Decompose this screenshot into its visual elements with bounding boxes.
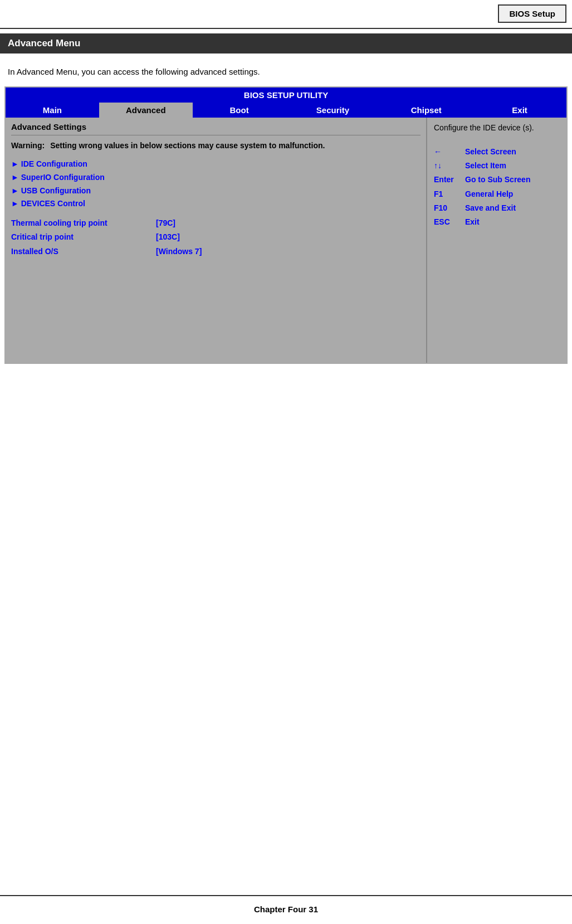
menu-item[interactable]: ► SuperIO Configuration (11, 171, 421, 184)
setting-row: Installed O/S[Windows 7] (11, 245, 421, 259)
key-row: F1General Help (434, 187, 560, 201)
key-row: ESCExit (434, 215, 560, 229)
menu-item[interactable]: ► DEVICES Control (11, 197, 421, 211)
bios-nav-item-security[interactable]: Security (286, 103, 379, 118)
setting-label: Thermal cooling trip point (11, 216, 156, 230)
bios-nav-item-boot[interactable]: Boot (193, 103, 286, 118)
top-divider (0, 28, 572, 29)
bottom-divider (0, 895, 572, 896)
key-label: Save and Exit (465, 201, 560, 215)
key-code: ↑↓ (434, 159, 461, 173)
bios-menu-items: ► IDE Configuration► SuperIO Configurati… (11, 158, 421, 211)
key-row: ↑↓Select Item (434, 159, 560, 173)
menu-item[interactable]: ► USB Configuration (11, 184, 421, 198)
setting-value[interactable]: [Windows 7] (156, 245, 202, 259)
key-code: ESC (434, 215, 461, 229)
bios-container: BIOS SETUP UTILITY MainAdvancedBootSecur… (4, 86, 568, 364)
menu-item[interactable]: ► IDE Configuration (11, 158, 421, 171)
key-label: Go to Sub Screen (465, 173, 560, 187)
key-label: Select Screen (465, 145, 560, 159)
bios-nav-item-main[interactable]: Main (6, 103, 99, 118)
bios-nav-item-exit[interactable]: Exit (473, 103, 566, 118)
advanced-menu-bar: Advanced Menu (0, 33, 572, 54)
bios-nav-item-chipset[interactable]: Chipset (379, 103, 473, 118)
bios-keys: ←Select Screen↑↓Select ItemEnterGo to Su… (434, 145, 560, 229)
setting-row: Thermal cooling trip point[79C] (11, 216, 421, 230)
setting-value[interactable]: [79C] (156, 216, 175, 230)
key-row: ←Select Screen (434, 145, 560, 159)
bios-left-panel: Advanced Settings Warning: Setting wrong… (6, 118, 427, 363)
key-code: F10 (434, 201, 461, 215)
left-panel-header: Advanced Settings (11, 122, 421, 135)
help-text: Configure the IDE device (s). (434, 122, 560, 134)
bios-right-panel: Configure the IDE device (s). ←Select Sc… (427, 118, 566, 363)
key-row: EnterGo to Sub Screen (434, 173, 560, 187)
bios-settings: Thermal cooling trip point[79C]Critical … (11, 216, 421, 259)
key-code: Enter (434, 173, 461, 187)
warning-text: Setting wrong values in below sections m… (50, 141, 325, 150)
bios-setup-tab: BIOS Setup (498, 4, 566, 23)
key-row: F10Save and Exit (434, 201, 560, 215)
key-label: Select Item (465, 159, 560, 173)
bios-nav-row: MainAdvancedBootSecurityChipsetExit (6, 103, 566, 118)
chapter-footer: Chapter Four 31 (0, 904, 572, 914)
key-code: ← (434, 145, 461, 159)
key-code: F1 (434, 187, 461, 201)
key-label: Exit (465, 215, 560, 229)
setting-label: Critical trip point (11, 230, 156, 244)
warning-label: Warning: (11, 141, 45, 150)
setting-label: Installed O/S (11, 245, 156, 259)
bios-content: Advanced Settings Warning: Setting wrong… (6, 118, 566, 363)
intro-text: In Advanced Menu, you can access the fol… (8, 67, 260, 76)
setting-row: Critical trip point[103C] (11, 230, 421, 244)
bios-title: BIOS SETUP UTILITY (6, 87, 566, 103)
setting-value[interactable]: [103C] (156, 230, 180, 244)
key-label: General Help (465, 187, 560, 201)
bios-warning: Warning: Setting wrong values in below s… (11, 141, 421, 150)
bios-nav-item-advanced[interactable]: Advanced (99, 103, 193, 118)
